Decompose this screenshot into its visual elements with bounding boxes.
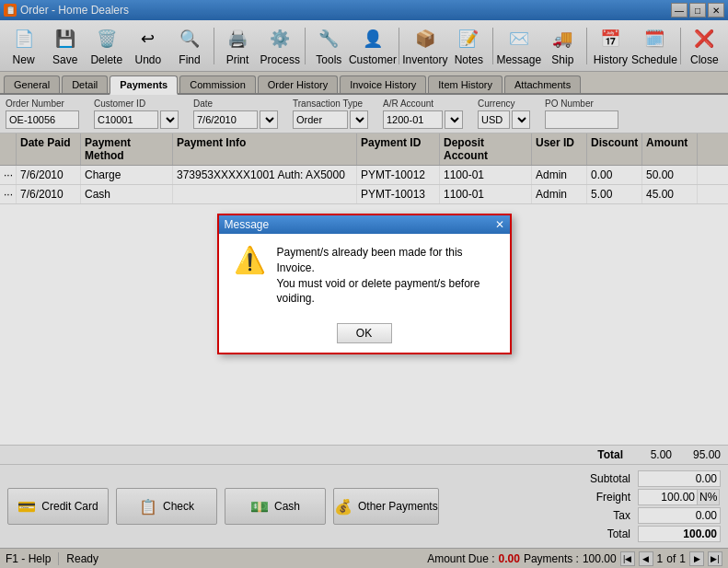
warning-icon: ⚠️ [234, 245, 266, 275]
dialog-footer: OK [219, 318, 510, 353]
dialog-message: Payment/s already been made for this Inv… [277, 245, 495, 307]
message-dialog: Message ✕ ⚠️ Payment/s already been made… [217, 214, 512, 354]
dialog-overlay: Message ✕ ⚠️ Payment/s already been made… [0, 0, 728, 568]
dialog-ok-button[interactable]: OK [337, 323, 392, 343]
dialog-body: ⚠️ Payment/s already been made for this … [219, 234, 510, 318]
dialog-message-line2: You must void or delete payment/s before… [277, 277, 480, 306]
dialog-title-text: Message [225, 218, 270, 231]
dialog-title-bar: Message ✕ [219, 215, 510, 234]
dialog-close-button[interactable]: ✕ [495, 218, 504, 231]
dialog-message-line1: Payment/s already been made for this Inv… [277, 246, 463, 274]
